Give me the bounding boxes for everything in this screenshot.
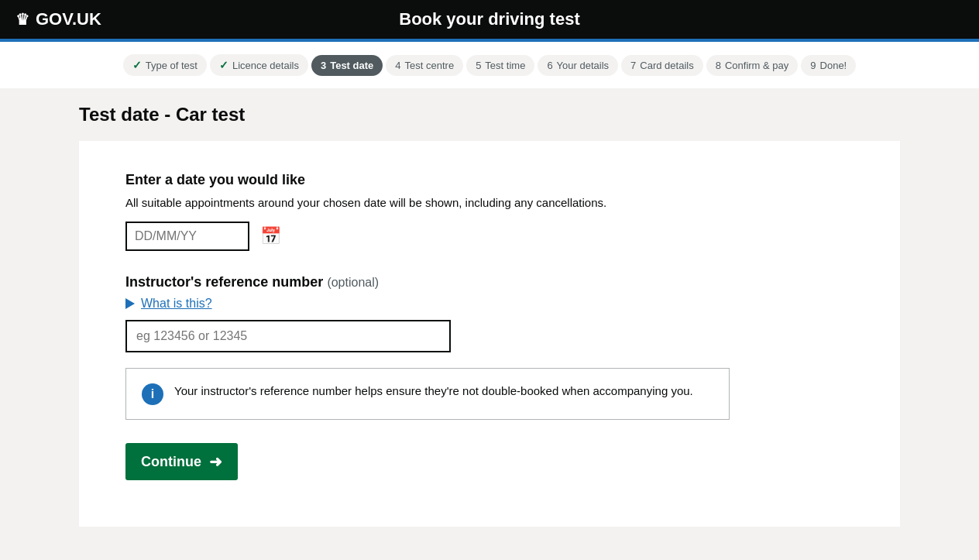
- step-test-centre[interactable]: 4 Test centre: [386, 55, 463, 76]
- step-3-label: Test date: [330, 60, 373, 71]
- form-card: Enter a date you would like All suitable…: [79, 141, 900, 527]
- continue-button[interactable]: Continue ➜: [125, 443, 238, 480]
- calendar-icon: 📅: [260, 226, 281, 246]
- date-section-title: Enter a date you would like: [125, 172, 854, 188]
- info-icon: i: [142, 383, 163, 405]
- step-8-number: 8: [716, 60, 721, 71]
- instructor-section: Instructor's reference number (optional)…: [125, 274, 854, 480]
- info-text: Your instructor's reference number helps…: [174, 383, 693, 400]
- step-7-label: Card details: [640, 60, 693, 71]
- triangle-icon: [125, 298, 135, 309]
- date-hint: All suitable appointments around your ch…: [125, 196, 854, 209]
- step-6-label: Your details: [557, 60, 609, 71]
- step-6-number: 6: [547, 60, 552, 71]
- instructor-reference-input[interactable]: [125, 320, 451, 352]
- step-2-label: Licence details: [232, 60, 299, 71]
- info-box: i Your instructor's reference number hel…: [125, 368, 730, 420]
- date-input[interactable]: [125, 222, 249, 251]
- step-3-number: 3: [321, 60, 326, 71]
- what-is-this-row: What is this?: [125, 297, 854, 311]
- step-done[interactable]: 9 Done!: [801, 55, 856, 76]
- step-9-number: 9: [810, 60, 816, 71]
- step-8-label: Confirm & pay: [725, 60, 788, 71]
- step-7-number: 7: [630, 60, 636, 71]
- page-header-title: Book your driving test: [399, 9, 579, 29]
- page-title: Test date - Car test: [79, 104, 900, 125]
- site-header: ♛ GOV.UK Book your driving test: [0, 0, 979, 39]
- step-4-number: 4: [395, 60, 400, 71]
- step-test-date[interactable]: 3 Test date: [311, 55, 383, 76]
- step-5-number: 5: [476, 60, 481, 71]
- calendar-button[interactable]: 📅: [257, 223, 284, 249]
- continue-label: Continue: [141, 454, 201, 470]
- step-check-icon: ✓: [132, 59, 142, 71]
- date-input-row: 📅: [125, 222, 854, 251]
- step-4-label: Test centre: [405, 60, 455, 71]
- step-licence-details[interactable]: ✓ Licence details: [210, 54, 308, 76]
- step-9-label: Done!: [820, 60, 847, 71]
- step-1-label: Type of test: [146, 60, 198, 71]
- logo-text: GOV.UK: [36, 9, 101, 29]
- step-test-time[interactable]: 5 Test time: [466, 55, 534, 76]
- date-section: Enter a date you would like All suitable…: [125, 172, 854, 251]
- continue-arrow-icon: ➜: [209, 452, 222, 471]
- main-content: Test date - Car test Enter a date you wo…: [64, 88, 915, 542]
- step-your-details[interactable]: 6 Your details: [538, 55, 618, 76]
- step-check-icon-2: ✓: [219, 59, 228, 71]
- step-card-details[interactable]: 7 Card details: [621, 55, 703, 76]
- what-is-this-button[interactable]: What is this?: [141, 297, 212, 311]
- crown-icon: ♛: [15, 10, 29, 29]
- step-type-of-test[interactable]: ✓ Type of test: [123, 54, 207, 76]
- gov-uk-logo[interactable]: ♛ GOV.UK: [15, 9, 101, 29]
- step-5-label: Test time: [485, 60, 525, 71]
- instructor-label: Instructor's reference number (optional): [125, 274, 854, 290]
- stepper-nav: ✓ Type of test ✓ Licence details 3 Test …: [0, 42, 979, 88]
- step-confirm-pay[interactable]: 8 Confirm & pay: [706, 55, 799, 76]
- optional-label: (optional): [327, 276, 379, 289]
